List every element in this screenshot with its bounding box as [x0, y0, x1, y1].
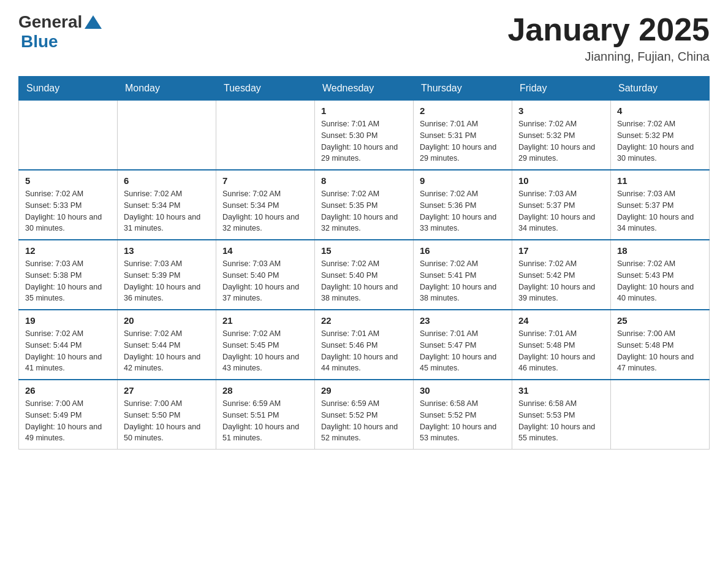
day-info: Sunrise: 7:03 AM Sunset: 5:40 PM Dayligh…	[222, 258, 308, 304]
day-number: 4	[617, 105, 703, 116]
day-info: Sunrise: 7:03 AM Sunset: 5:37 PM Dayligh…	[518, 188, 604, 234]
day-cell: 15Sunrise: 7:02 AM Sunset: 5:40 PM Dayli…	[315, 240, 414, 310]
day-info: Sunrise: 7:00 AM Sunset: 5:50 PM Dayligh…	[124, 398, 210, 444]
header-cell-thursday: Thursday	[414, 77, 512, 101]
day-info: Sunrise: 7:02 AM Sunset: 5:34 PM Dayligh…	[222, 188, 308, 234]
day-info: Sunrise: 7:02 AM Sunset: 5:44 PM Dayligh…	[25, 328, 111, 374]
week-row-4: 26Sunrise: 7:00 AM Sunset: 5:49 PM Dayli…	[19, 380, 710, 450]
day-info: Sunrise: 7:02 AM Sunset: 5:43 PM Dayligh…	[617, 258, 703, 304]
day-cell	[19, 101, 118, 170]
day-cell: 3Sunrise: 7:02 AM Sunset: 5:32 PM Daylig…	[512, 101, 611, 170]
day-cell: 2Sunrise: 7:01 AM Sunset: 5:31 PM Daylig…	[414, 101, 512, 170]
day-cell: 18Sunrise: 7:02 AM Sunset: 5:43 PM Dayli…	[611, 240, 710, 310]
day-cell: 8Sunrise: 7:02 AM Sunset: 5:35 PM Daylig…	[315, 170, 414, 240]
day-cell: 25Sunrise: 7:00 AM Sunset: 5:48 PM Dayli…	[611, 310, 710, 380]
day-info: Sunrise: 7:01 AM Sunset: 5:31 PM Dayligh…	[420, 118, 506, 164]
day-number: 16	[420, 245, 506, 256]
day-info: Sunrise: 7:01 AM Sunset: 5:48 PM Dayligh…	[518, 328, 604, 374]
logo-general-text: General	[18, 12, 82, 32]
day-cell: 4Sunrise: 7:02 AM Sunset: 5:32 PM Daylig…	[611, 101, 710, 170]
day-number: 26	[25, 385, 111, 396]
day-info: Sunrise: 7:01 AM Sunset: 5:30 PM Dayligh…	[321, 118, 407, 164]
day-cell: 7Sunrise: 7:02 AM Sunset: 5:34 PM Daylig…	[216, 170, 315, 240]
day-info: Sunrise: 7:00 AM Sunset: 5:49 PM Dayligh…	[25, 398, 111, 444]
week-row-0: 1Sunrise: 7:01 AM Sunset: 5:30 PM Daylig…	[19, 101, 710, 170]
calendar-table: SundayMondayTuesdayWednesdayThursdayFrid…	[18, 76, 710, 450]
header-cell-tuesday: Tuesday	[216, 77, 315, 101]
header-cell-wednesday: Wednesday	[315, 77, 414, 101]
day-cell: 26Sunrise: 7:00 AM Sunset: 5:49 PM Dayli…	[19, 380, 118, 450]
week-row-3: 19Sunrise: 7:02 AM Sunset: 5:44 PM Dayli…	[19, 310, 710, 380]
day-number: 8	[321, 175, 407, 186]
day-cell: 6Sunrise: 7:02 AM Sunset: 5:34 PM Daylig…	[118, 170, 216, 240]
day-number: 15	[321, 245, 407, 256]
day-cell: 20Sunrise: 7:02 AM Sunset: 5:44 PM Dayli…	[118, 310, 216, 380]
day-cell: 11Sunrise: 7:03 AM Sunset: 5:37 PM Dayli…	[611, 170, 710, 240]
day-number: 1	[321, 105, 407, 116]
day-cell: 9Sunrise: 7:02 AM Sunset: 5:36 PM Daylig…	[414, 170, 512, 240]
day-number: 11	[617, 175, 703, 186]
day-info: Sunrise: 7:02 AM Sunset: 5:42 PM Dayligh…	[518, 258, 604, 304]
day-number: 28	[222, 385, 308, 396]
day-cell: 28Sunrise: 6:59 AM Sunset: 5:51 PM Dayli…	[216, 380, 315, 450]
day-cell: 12Sunrise: 7:03 AM Sunset: 5:38 PM Dayli…	[19, 240, 118, 310]
day-cell	[216, 101, 315, 170]
day-number: 13	[124, 245, 210, 256]
day-info: Sunrise: 7:02 AM Sunset: 5:34 PM Dayligh…	[124, 188, 210, 234]
day-cell: 17Sunrise: 7:02 AM Sunset: 5:42 PM Dayli…	[512, 240, 611, 310]
day-cell: 23Sunrise: 7:01 AM Sunset: 5:47 PM Dayli…	[414, 310, 512, 380]
day-number: 25	[617, 315, 703, 326]
header-cell-monday: Monday	[118, 77, 216, 101]
header-cell-saturday: Saturday	[611, 77, 710, 101]
day-cell: 16Sunrise: 7:02 AM Sunset: 5:41 PM Dayli…	[414, 240, 512, 310]
day-info: Sunrise: 7:02 AM Sunset: 5:36 PM Dayligh…	[420, 188, 506, 234]
day-info: Sunrise: 7:03 AM Sunset: 5:39 PM Dayligh…	[124, 258, 210, 304]
day-number: 2	[420, 105, 506, 116]
header-cell-sunday: Sunday	[19, 77, 118, 101]
day-info: Sunrise: 6:59 AM Sunset: 5:52 PM Dayligh…	[321, 398, 407, 444]
day-cell: 19Sunrise: 7:02 AM Sunset: 5:44 PM Dayli…	[19, 310, 118, 380]
day-cell: 31Sunrise: 6:58 AM Sunset: 5:53 PM Dayli…	[512, 380, 611, 450]
day-info: Sunrise: 7:03 AM Sunset: 5:38 PM Dayligh…	[25, 258, 111, 304]
day-info: Sunrise: 6:58 AM Sunset: 5:52 PM Dayligh…	[420, 398, 506, 444]
day-info: Sunrise: 7:02 AM Sunset: 5:35 PM Dayligh…	[321, 188, 407, 234]
day-cell: 14Sunrise: 7:03 AM Sunset: 5:40 PM Dayli…	[216, 240, 315, 310]
week-row-2: 12Sunrise: 7:03 AM Sunset: 5:38 PM Dayli…	[19, 240, 710, 310]
day-cell: 29Sunrise: 6:59 AM Sunset: 5:52 PM Dayli…	[315, 380, 414, 450]
day-number: 14	[222, 245, 308, 256]
day-info: Sunrise: 6:58 AM Sunset: 5:53 PM Dayligh…	[518, 398, 604, 444]
title-area: January 2025 Jianning, Fujian, China	[507, 12, 710, 64]
day-number: 18	[617, 245, 703, 256]
day-number: 19	[25, 315, 111, 326]
day-cell: 1Sunrise: 7:01 AM Sunset: 5:30 PM Daylig…	[315, 101, 414, 170]
day-cell: 13Sunrise: 7:03 AM Sunset: 5:39 PM Dayli…	[118, 240, 216, 310]
day-info: Sunrise: 6:59 AM Sunset: 5:51 PM Dayligh…	[222, 398, 308, 444]
day-cell: 30Sunrise: 6:58 AM Sunset: 5:52 PM Dayli…	[414, 380, 512, 450]
calendar-body: 1Sunrise: 7:01 AM Sunset: 5:30 PM Daylig…	[19, 101, 710, 450]
day-info: Sunrise: 7:00 AM Sunset: 5:48 PM Dayligh…	[617, 328, 703, 374]
day-number: 21	[222, 315, 308, 326]
day-info: Sunrise: 7:01 AM Sunset: 5:47 PM Dayligh…	[420, 328, 506, 374]
day-cell: 24Sunrise: 7:01 AM Sunset: 5:48 PM Dayli…	[512, 310, 611, 380]
day-cell: 10Sunrise: 7:03 AM Sunset: 5:37 PM Dayli…	[512, 170, 611, 240]
day-number: 20	[124, 315, 210, 326]
header-cell-friday: Friday	[512, 77, 611, 101]
month-title: January 2025	[507, 12, 710, 47]
logo: General Blue	[18, 12, 102, 52]
day-number: 22	[321, 315, 407, 326]
page-header: General Blue January 2025 Jianning, Fuji…	[18, 12, 710, 64]
header-row: SundayMondayTuesdayWednesdayThursdayFrid…	[19, 77, 710, 101]
calendar-header: SundayMondayTuesdayWednesdayThursdayFrid…	[19, 77, 710, 101]
day-cell	[118, 101, 216, 170]
day-info: Sunrise: 7:02 AM Sunset: 5:32 PM Dayligh…	[518, 118, 604, 164]
day-cell: 5Sunrise: 7:02 AM Sunset: 5:33 PM Daylig…	[19, 170, 118, 240]
day-info: Sunrise: 7:03 AM Sunset: 5:37 PM Dayligh…	[617, 188, 703, 234]
day-number: 31	[518, 385, 604, 396]
day-cell: 27Sunrise: 7:00 AM Sunset: 5:50 PM Dayli…	[118, 380, 216, 450]
week-row-1: 5Sunrise: 7:02 AM Sunset: 5:33 PM Daylig…	[19, 170, 710, 240]
day-info: Sunrise: 7:01 AM Sunset: 5:46 PM Dayligh…	[321, 328, 407, 374]
day-number: 17	[518, 245, 604, 256]
day-number: 10	[518, 175, 604, 186]
day-number: 24	[518, 315, 604, 326]
day-info: Sunrise: 7:02 AM Sunset: 5:32 PM Dayligh…	[617, 118, 703, 164]
